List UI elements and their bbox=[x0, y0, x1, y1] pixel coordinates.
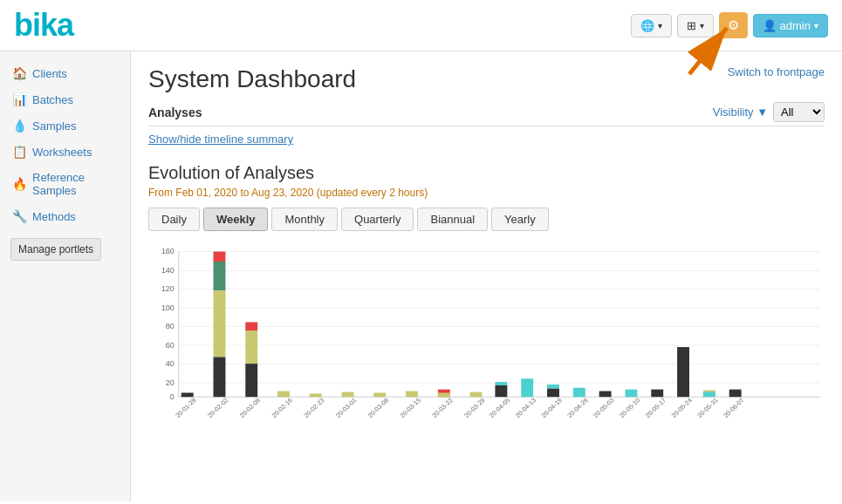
svg-text:20-04-13: 20-04-13 bbox=[514, 397, 538, 418]
svg-text:160: 160 bbox=[161, 248, 175, 256]
sidebar-item-methods[interactable]: 🔧 Methods bbox=[0, 203, 130, 229]
globe-icon: 🌐 bbox=[640, 19, 654, 32]
svg-text:20-03-01: 20-03-01 bbox=[334, 397, 359, 418]
svg-text:20-06-07: 20-06-07 bbox=[722, 397, 746, 418]
svg-text:60: 60 bbox=[166, 341, 175, 350]
svg-text:0: 0 bbox=[170, 392, 175, 401]
chart-date-range: From Feb 01, 2020 to Aug 23, 2020 (updat… bbox=[148, 187, 825, 199]
sidebar-item-reference-samples[interactable]: 🔥 Reference Samples bbox=[0, 165, 130, 203]
user-icon: 👤 bbox=[763, 19, 777, 32]
bar bbox=[214, 262, 226, 290]
sidebar-item-label: Batches bbox=[32, 93, 73, 106]
sidebar-item-clients[interactable]: 🏠 Clients bbox=[0, 60, 130, 86]
svg-text:20-05-31: 20-05-31 bbox=[695, 397, 720, 418]
bar bbox=[547, 385, 559, 389]
bar bbox=[625, 390, 637, 398]
chart-container: 160 140 120 100 80 60 40 20 0 bbox=[148, 243, 825, 418]
analyses-header: Analyses Visibility ▼ All Mine bbox=[148, 102, 825, 122]
batches-icon: 📊 bbox=[12, 92, 27, 106]
sidebar: 🏠 Clients 📊 Batches 💧 Samples 📋 Workshee… bbox=[0, 51, 131, 501]
chart-section: Evolution of Analyses From Feb 01, 2020 … bbox=[148, 163, 825, 418]
header: bika 🌐 ▾ ⊞ ▾ ⚙ 👤 admin ▾ bbox=[0, 0, 842, 51]
grid-caret-icon: ▾ bbox=[700, 21, 704, 31]
svg-text:20-03-08: 20-03-08 bbox=[366, 397, 391, 418]
svg-text:20-03-22: 20-03-22 bbox=[430, 397, 455, 418]
bar bbox=[573, 388, 585, 397]
main-content: System Dashboard Switch to frontpage Ana… bbox=[131, 51, 842, 501]
svg-text:120: 120 bbox=[161, 284, 175, 293]
header-actions: 🌐 ▾ ⊞ ▾ ⚙ 👤 admin ▾ bbox=[631, 12, 828, 38]
gear-button[interactable]: ⚙ bbox=[719, 12, 748, 38]
svg-text:20-05-03: 20-05-03 bbox=[592, 397, 616, 418]
bar bbox=[729, 390, 742, 398]
bar bbox=[547, 389, 559, 398]
period-buttons: Daily Weekly Monthly Quarterly Biannual … bbox=[148, 208, 825, 231]
page-title: System Dashboard bbox=[148, 65, 356, 93]
switch-to-frontpage-link[interactable]: Switch to frontpage bbox=[728, 65, 825, 78]
worksheets-icon: 📋 bbox=[12, 145, 27, 159]
admin-label: admin bbox=[780, 19, 811, 32]
main-layout: 🏠 Clients 📊 Batches 💧 Samples 📋 Workshee… bbox=[0, 51, 842, 501]
logo: bika bbox=[14, 7, 73, 44]
bar bbox=[677, 347, 689, 397]
period-quarterly-button[interactable]: Quarterly bbox=[341, 208, 414, 231]
bar bbox=[214, 252, 226, 262]
period-weekly-button[interactable]: Weekly bbox=[203, 208, 269, 231]
sidebar-item-label: Worksheets bbox=[32, 146, 92, 159]
svg-text:20-02-02: 20-02-02 bbox=[206, 397, 230, 418]
chart-svg: 160 140 120 100 80 60 40 20 0 bbox=[148, 243, 825, 418]
bar bbox=[245, 330, 257, 364]
analyses-label: Analyses bbox=[148, 106, 202, 119]
svg-text:20-02-09: 20-02-09 bbox=[238, 397, 263, 418]
visibility-area: Visibility ▼ All Mine bbox=[713, 102, 825, 122]
manage-portlets-button[interactable]: Manage portlets bbox=[10, 238, 101, 261]
svg-text:20-04-05: 20-04-05 bbox=[488, 397, 512, 418]
bar bbox=[245, 364, 257, 397]
bar bbox=[521, 378, 533, 397]
svg-text:20-05-17: 20-05-17 bbox=[644, 397, 668, 418]
samples-icon: 💧 bbox=[12, 119, 27, 133]
svg-text:20-01-28: 20-01-28 bbox=[174, 397, 198, 418]
clients-icon: 🏠 bbox=[12, 66, 27, 80]
sidebar-item-batches[interactable]: 📊 Batches bbox=[0, 86, 130, 112]
methods-icon: 🔧 bbox=[12, 209, 27, 223]
svg-text:20: 20 bbox=[166, 378, 175, 387]
svg-text:20-02-16: 20-02-16 bbox=[270, 397, 294, 418]
svg-text:140: 140 bbox=[161, 266, 175, 275]
grid-button[interactable]: ⊞ ▾ bbox=[677, 14, 714, 37]
sidebar-item-label: Reference Samples bbox=[32, 171, 118, 197]
globe-button[interactable]: 🌐 ▾ bbox=[631, 14, 672, 37]
sidebar-item-worksheets[interactable]: 📋 Worksheets bbox=[0, 139, 130, 165]
svg-text:20-04-26: 20-04-26 bbox=[565, 397, 590, 418]
svg-text:20-03-15: 20-03-15 bbox=[398, 397, 422, 418]
bar bbox=[214, 290, 226, 357]
timeline-link[interactable]: Show/hide timeline summary bbox=[148, 133, 293, 146]
period-daily-button[interactable]: Daily bbox=[148, 208, 200, 231]
svg-text:80: 80 bbox=[166, 322, 175, 330]
visibility-select[interactable]: All Mine bbox=[773, 102, 825, 122]
logo-area: bika bbox=[14, 7, 73, 44]
svg-text:20-05-24: 20-05-24 bbox=[669, 397, 694, 418]
chart-title: Evolution of Analyses bbox=[148, 163, 825, 183]
svg-text:20-02-23: 20-02-23 bbox=[302, 397, 326, 418]
admin-button[interactable]: 👤 admin ▾ bbox=[753, 14, 828, 37]
gear-icon: ⚙ bbox=[728, 17, 739, 33]
bar bbox=[651, 390, 663, 398]
sidebar-item-label: Methods bbox=[32, 210, 76, 223]
bar bbox=[495, 382, 507, 385]
grid-icon: ⊞ bbox=[687, 19, 696, 32]
svg-text:20-04-19: 20-04-19 bbox=[539, 397, 564, 418]
admin-caret-icon: ▾ bbox=[814, 21, 818, 31]
reference-samples-icon: 🔥 bbox=[12, 177, 27, 191]
visibility-label[interactable]: Visibility ▼ bbox=[713, 106, 768, 119]
sidebar-item-samples[interactable]: 💧 Samples bbox=[0, 112, 130, 139]
period-biannual-button[interactable]: Biannual bbox=[417, 208, 488, 231]
svg-text:20-05-10: 20-05-10 bbox=[618, 397, 642, 418]
period-yearly-button[interactable]: Yearly bbox=[491, 208, 549, 231]
svg-text:20-03-29: 20-03-29 bbox=[462, 397, 487, 418]
sidebar-item-label: Samples bbox=[32, 119, 77, 133]
sidebar-item-label: Clients bbox=[32, 67, 67, 80]
content-header: System Dashboard Switch to frontpage bbox=[148, 65, 825, 93]
globe-caret-icon: ▾ bbox=[658, 21, 662, 31]
period-monthly-button[interactable]: Monthly bbox=[271, 208, 338, 231]
